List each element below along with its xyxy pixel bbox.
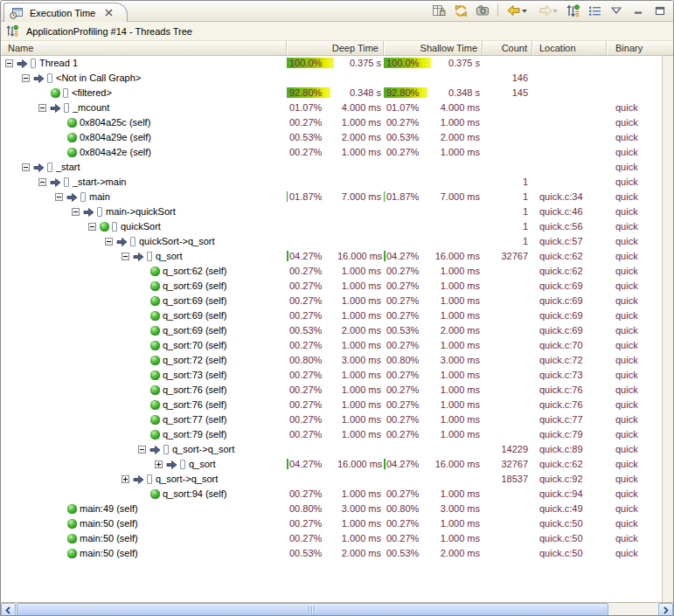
binary-value: [607, 71, 662, 86]
table-row[interactable]: _start->main1quick: [1, 175, 662, 190]
column-header-binary[interactable]: Binary: [607, 41, 673, 55]
name-cell: <Not in Call Graph>: [1, 71, 287, 86]
name-cell: 0x804a25c (self): [1, 115, 287, 130]
shallow-percent-cell: 00.27%: [384, 427, 434, 442]
table-row[interactable]: q_sort:94 (self)00.27%1.000 ms00.27%1.00…: [1, 487, 662, 502]
table-row[interactable]: main01.87%7.000 ms01.87%7.000 ms1quick.c…: [1, 190, 662, 204]
collapse-icon[interactable]: [22, 74, 30, 82]
node-label: _start->main: [73, 175, 126, 190]
table-row[interactable]: q_sort:62 (self)00.27%1.000 ms00.27%1.00…: [1, 264, 662, 279]
name-cell: main:50 (self): [1, 516, 287, 531]
execution-time-tab-icon: [10, 7, 23, 19]
table-row[interactable]: <filtered>92.80%0.348 s92.80%0.348 s145: [1, 86, 662, 100]
deep-percent-value: 00.27%: [287, 518, 322, 529]
table-mode-button[interactable]: [587, 3, 602, 17]
table-row[interactable]: 0x804a25c (self)00.27%1.000 ms00.27%1.00…: [1, 115, 662, 130]
table-row[interactable]: <Not in Call Graph>146: [1, 71, 662, 86]
view-menu-button[interactable]: [608, 3, 624, 17]
collapse-icon[interactable]: [88, 223, 96, 231]
table-row[interactable]: main->quickSort1quick.c:46quick: [1, 204, 662, 219]
expand-icon[interactable]: [122, 475, 129, 483]
refresh-button[interactable]: [453, 3, 469, 17]
table-row[interactable]: q_sort:69 (self)00.27%1.000 ms00.27%1.00…: [1, 279, 662, 294]
collapse-icon[interactable]: [22, 163, 30, 171]
collapse-icon[interactable]: [72, 208, 80, 216]
scrollbar-thumb[interactable]: [17, 603, 608, 616]
table-row[interactable]: main:50 (self)00.27%1.000 ms00.27%1.000 …: [1, 531, 662, 546]
table-row[interactable]: q_sort:69 (self)00.53%2.000 ms00.53%2.00…: [1, 323, 662, 338]
collapse-icon[interactable]: [138, 446, 146, 453]
deep-time-value: 1.000 ms: [337, 368, 384, 383]
back-arrow-icon: [506, 4, 528, 17]
column-header-count[interactable]: Count: [483, 41, 532, 55]
collapse-icon[interactable]: [38, 104, 46, 112]
deep-percent-cell: 00.27%: [287, 279, 337, 294]
table-row[interactable]: q_sort:76 (self)00.27%1.000 ms00.27%1.00…: [1, 398, 662, 412]
count-value: [483, 145, 532, 160]
collapse-icon[interactable]: [105, 238, 113, 246]
node-label: q_sort:77 (self): [163, 412, 226, 427]
table-row[interactable]: quickSort->q_sort1quick.c:57quick: [1, 234, 662, 249]
collapse-icon[interactable]: [5, 59, 13, 67]
snapshot-button[interactable]: [475, 3, 490, 17]
scroll-right-button[interactable]: [658, 603, 673, 616]
sessions-view-button[interactable]: [431, 3, 447, 17]
table-row[interactable]: q_sort:69 (self)00.27%1.000 ms00.27%1.00…: [1, 294, 662, 308]
table-row[interactable]: 0x804a42e (self)00.27%1.000 ms00.27%1.00…: [1, 145, 662, 160]
threads-tree-mode-button[interactable]: [565, 3, 580, 17]
forward-button[interactable]: [535, 3, 559, 17]
back-button[interactable]: [505, 3, 529, 17]
expand-icon[interactable]: [155, 460, 163, 468]
node-label: _mcount: [73, 100, 109, 115]
column-header-shallow-time[interactable]: Shallow Time: [384, 41, 483, 55]
table-row[interactable]: q_sort:76 (self)00.27%1.000 ms00.27%1.00…: [1, 383, 662, 398]
shallow-time-value: 16.000 ms: [434, 249, 483, 264]
table-row[interactable]: q_sort:79 (self)00.27%1.000 ms00.27%1.00…: [1, 427, 662, 442]
table-row[interactable]: q_sort:77 (self)00.27%1.000 ms00.27%1.00…: [1, 412, 662, 427]
shallow-time-value: 1.000 ms: [434, 294, 483, 308]
table-row[interactable]: q_sort:69 (self)00.27%1.000 ms00.27%1.00…: [1, 308, 662, 323]
table-row[interactable]: q_sort:72 (self)00.80%3.000 ms00.80%3.00…: [1, 353, 662, 368]
column-header-deep-time[interactable]: Deep Time: [287, 41, 384, 55]
table-row[interactable]: main:50 (self)00.53%2.000 ms00.53%2.000 …: [1, 546, 662, 561]
table-row[interactable]: q_sort:73 (self)00.27%1.000 ms00.27%1.00…: [1, 368, 662, 383]
table-row[interactable]: q_sort->q_sort18537quick.c:92quick: [1, 472, 662, 487]
name-cell: q_sort:94 (self): [1, 487, 287, 502]
table-row[interactable]: main:50 (self)00.27%1.000 ms00.27%1.000 …: [1, 516, 662, 531]
table-row[interactable]: q_sort:70 (self)00.27%1.000 ms00.27%1.00…: [1, 338, 662, 353]
minimize-button[interactable]: [630, 3, 646, 17]
vertical-scrollbar[interactable]: [662, 56, 673, 602]
deep-time-value: 1.000 ms: [337, 264, 384, 279]
table-row[interactable]: q_sort04.27%16.000 ms04.27%16.000 ms3276…: [1, 457, 662, 472]
table-row[interactable]: _mcount01.07%4.000 ms01.07%4.000 msquick: [1, 100, 662, 115]
table-row[interactable]: _startquick: [1, 160, 662, 175]
collapse-icon[interactable]: [38, 178, 46, 186]
collapse-icon[interactable]: [122, 253, 129, 260]
tab-execution-time[interactable]: Execution Time: [3, 3, 128, 22]
table-row[interactable]: q_sort->q_sort14229quick.c:89quick: [1, 442, 662, 457]
count-value: [483, 487, 532, 502]
binary-value: quick: [607, 427, 662, 442]
scroll-left-button[interactable]: [1, 603, 16, 616]
name-cell: quickSort: [1, 219, 287, 234]
deep-percent-cell: 00.27%: [287, 412, 337, 427]
collapse-icon[interactable]: [55, 193, 63, 201]
count-value: [483, 427, 532, 442]
column-header-location[interactable]: Location: [532, 41, 607, 55]
table-row[interactable]: quickSort1quick.c:56quick: [1, 219, 662, 234]
binary-value: quick: [607, 294, 662, 308]
table-row[interactable]: 0x804a29e (self)00.53%2.000 ms00.53%2.00…: [1, 130, 662, 145]
scrollbar-track[interactable]: [16, 603, 658, 616]
tab-close-icon[interactable]: [105, 9, 113, 17]
table-row[interactable]: main:49 (self)00.80%3.000 ms00.80%3.000 …: [1, 502, 662, 516]
node-label: main: [89, 190, 110, 204]
node-label: <Not in Call Graph>: [56, 71, 141, 86]
binary-value: quick: [607, 145, 662, 160]
maximize-button[interactable]: [652, 3, 668, 17]
deep-percent-cell: 92.80%: [287, 86, 337, 100]
list-icon: [588, 5, 601, 17]
column-header-name[interactable]: Name: [1, 41, 287, 55]
shallow-percent-cell: 00.27%: [384, 412, 434, 427]
table-row[interactable]: q_sort04.27%16.000 ms04.27%16.000 ms3276…: [1, 249, 662, 264]
table-row[interactable]: Thread 1100.0%0.375 s100.0%0.375 s: [1, 56, 662, 71]
